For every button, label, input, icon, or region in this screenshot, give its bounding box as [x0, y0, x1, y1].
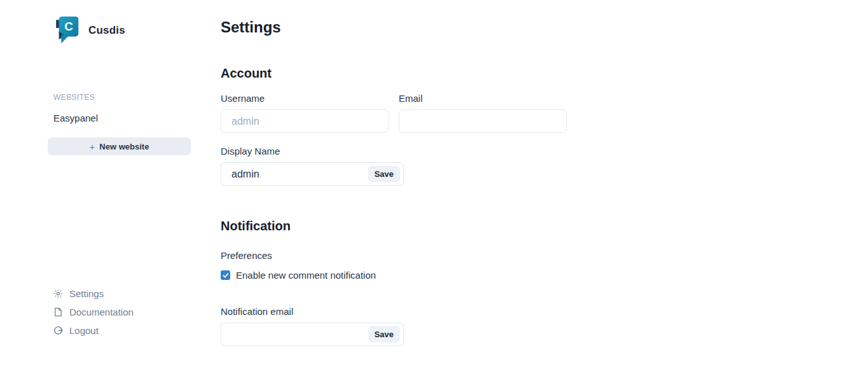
checkbox-checked-icon[interactable]	[221, 270, 230, 280]
sidebar-footer-nav: Settings Documentation Logout	[48, 288, 191, 336]
email-field[interactable]	[399, 109, 567, 133]
main-content: Settings Account Username Email Display …	[221, 0, 615, 390]
sidebar: C Cusdis WEBSITES Easypanel + New websit…	[48, 0, 191, 390]
preferences-label: Preferences	[221, 250, 615, 261]
gear-icon	[53, 289, 63, 298]
notification-email-label: Notification email	[221, 306, 615, 317]
page-title: Settings	[221, 19, 615, 36]
username-field-block: Username	[221, 93, 389, 133]
sidebar-spacer	[48, 155, 191, 288]
logo: C Cusdis	[48, 16, 191, 45]
notification-email-save-button[interactable]: Save	[368, 326, 400, 342]
enable-notification-checkbox[interactable]: Enable new comment notification	[221, 270, 615, 281]
display-name-save-button[interactable]: Save	[368, 166, 400, 182]
notification-email-field-block: Notification email Save	[221, 306, 615, 346]
svg-text:C: C	[64, 20, 73, 33]
sidebar-item-documentation[interactable]: Documentation	[53, 307, 191, 317]
plus-icon: +	[90, 142, 95, 151]
sidebar-item-settings[interactable]: Settings	[53, 288, 191, 299]
enable-notification-label: Enable new comment notification	[236, 270, 376, 281]
websites-section-label: WEBSITES	[48, 93, 191, 102]
email-label: Email	[399, 93, 567, 104]
account-section-heading: Account	[221, 66, 615, 81]
notification-section-heading: Notification	[221, 219, 615, 233]
sidebar-item-logout[interactable]: Logout	[53, 325, 191, 336]
new-website-label: New website	[99, 142, 149, 151]
logout-icon	[53, 326, 63, 335]
app-title: Cusdis	[88, 24, 125, 37]
display-name-input-group: Save	[221, 162, 404, 186]
sidebar-documentation-label: Documentation	[69, 307, 134, 317]
cusdis-logo-icon: C	[56, 16, 81, 45]
app-layout: C Cusdis WEBSITES Easypanel + New websit…	[0, 0, 868, 390]
username-input[interactable]	[221, 109, 389, 133]
sidebar-settings-label: Settings	[69, 288, 104, 299]
email-field-block: Email	[399, 93, 567, 133]
sidebar-item-easypanel[interactable]: Easypanel	[48, 113, 191, 123]
sidebar-logout-label: Logout	[69, 325, 99, 336]
username-label: Username	[221, 93, 389, 104]
account-fields-grid: Username Email	[221, 93, 615, 133]
document-icon	[53, 307, 63, 317]
display-name-field-block: Display Name Save	[221, 146, 615, 186]
notification-email-input-group: Save	[221, 323, 404, 346]
new-website-button[interactable]: + New website	[48, 137, 191, 155]
display-name-label: Display Name	[221, 146, 615, 157]
